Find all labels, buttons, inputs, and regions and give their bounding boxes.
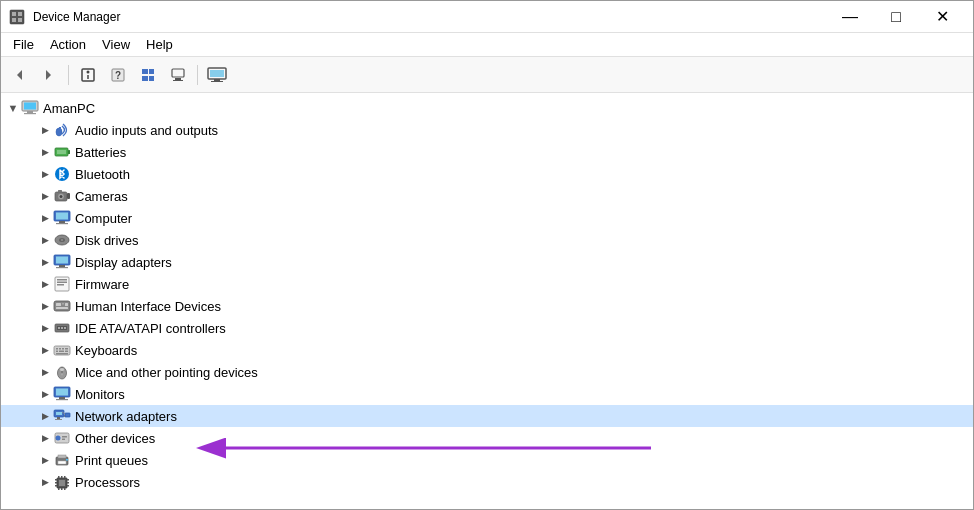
tree-item-batteries[interactable]: ▶ Batteries: [1, 141, 973, 163]
mice-expander[interactable]: ▶: [37, 364, 53, 380]
cameras-expander[interactable]: ▶: [37, 188, 53, 204]
refresh-button[interactable]: [164, 62, 192, 88]
svg-rect-39: [56, 223, 68, 224]
batteries-expander[interactable]: ▶: [37, 144, 53, 160]
svg-point-6: [87, 70, 90, 73]
toolbar-separator-2: [197, 65, 198, 85]
tree-item-processors[interactable]: ▶: [1, 471, 973, 493]
tree-item-audio[interactable]: ▶ Audio inputs and outputs: [1, 119, 973, 141]
svg-rect-23: [27, 111, 33, 113]
svg-rect-46: [56, 267, 68, 268]
svg-rect-18: [210, 70, 224, 77]
display-expander[interactable]: ▶: [37, 254, 53, 270]
tree-view[interactable]: ▼ AmanPC ▶: [1, 93, 973, 509]
print-icon: [53, 451, 71, 469]
svg-rect-48: [57, 279, 67, 281]
network-label: Network adapters: [75, 409, 177, 424]
menu-action[interactable]: Action: [42, 35, 94, 54]
maximize-button[interactable]: □: [873, 1, 919, 33]
tree-item-disk[interactable]: ▶ Disk drives: [1, 229, 973, 251]
svg-rect-16: [173, 80, 183, 81]
bluetooth-expander[interactable]: ▶: [37, 166, 53, 182]
svg-rect-28: [68, 150, 70, 154]
display-label: Display adapters: [75, 255, 172, 270]
svg-rect-64: [62, 348, 64, 350]
svg-rect-60: [64, 327, 66, 329]
tree-item-ide[interactable]: ▶ IDE ATA/ATAPI controllers: [1, 317, 973, 339]
cameras-icon: [53, 187, 71, 205]
minimize-button[interactable]: —: [827, 1, 873, 33]
svg-rect-97: [64, 476, 66, 478]
tree-item-other[interactable]: ▶ Other devices: [1, 427, 973, 449]
firmware-expander[interactable]: ▶: [37, 276, 53, 292]
computer-expander[interactable]: ▶: [37, 210, 53, 226]
svg-rect-94: [59, 480, 65, 486]
other-icon: [53, 429, 71, 447]
window-icon: [9, 9, 25, 25]
tree-item-monitors[interactable]: ▶ Monitors: [1, 383, 973, 405]
menu-file[interactable]: File: [5, 35, 42, 54]
svg-rect-65: [65, 348, 68, 350]
svg-rect-24: [24, 113, 36, 114]
svg-point-30: [55, 167, 69, 181]
print-expander[interactable]: ▶: [37, 452, 53, 468]
disk-label: Disk drives: [75, 233, 139, 248]
svg-rect-69: [56, 353, 68, 355]
menu-view[interactable]: View: [94, 35, 138, 54]
toolbar: ?: [1, 57, 973, 93]
mice-label: Mice and other pointing devices: [75, 365, 258, 380]
svg-rect-52: [56, 303, 61, 306]
svg-rect-82: [65, 413, 70, 417]
disk-expander[interactable]: ▶: [37, 232, 53, 248]
hid-expander[interactable]: ▶: [37, 298, 53, 314]
svg-rect-26: [59, 127, 61, 135]
toolbar-separator-1: [68, 65, 69, 85]
computer-button[interactable]: [203, 62, 231, 88]
keyboards-expander[interactable]: ▶: [37, 342, 53, 358]
svg-rect-77: [56, 399, 68, 400]
firmware-icon: [53, 275, 71, 293]
svg-rect-53: [56, 307, 68, 309]
svg-rect-98: [58, 488, 60, 490]
tree-item-display[interactable]: ▶ Display adapters: [1, 251, 973, 273]
tree-item-cameras[interactable]: ▶ Cameras: [1, 185, 973, 207]
root-expander[interactable]: ▼: [5, 100, 21, 116]
tree-item-keyboards[interactable]: ▶ Keyboards: [1, 339, 973, 361]
svg-rect-49: [57, 282, 67, 284]
tree-root-item[interactable]: ▼ AmanPC: [1, 97, 973, 119]
audio-expander[interactable]: ▶: [37, 122, 53, 138]
svg-rect-14: [172, 69, 184, 77]
tree-item-mice[interactable]: ▶ Mice and other pointing devices: [1, 361, 973, 383]
hid-icon: [53, 297, 71, 315]
audio-label: Audio inputs and outputs: [75, 123, 218, 138]
back-button[interactable]: [5, 62, 33, 88]
svg-rect-80: [57, 417, 60, 419]
svg-rect-1: [12, 12, 16, 16]
ide-label: IDE ATA/ATAPI controllers: [75, 321, 226, 336]
properties-button[interactable]: [74, 62, 102, 88]
help-button[interactable]: ?: [104, 62, 132, 88]
svg-rect-58: [58, 327, 60, 329]
svg-rect-81: [55, 419, 62, 420]
hid-label: Human Interface Devices: [75, 299, 221, 314]
menu-help[interactable]: Help: [138, 35, 181, 54]
monitors-expander[interactable]: ▶: [37, 386, 53, 402]
forward-button[interactable]: [35, 62, 63, 88]
svg-rect-105: [67, 482, 69, 484]
svg-point-33: [60, 195, 63, 198]
tree-item-network[interactable]: ▶ Network adapters: [1, 405, 973, 427]
svg-rect-12: [142, 76, 148, 81]
tree-item-print[interactable]: ▶ Print queues: [1, 449, 973, 471]
cameras-label: Cameras: [75, 189, 128, 204]
list-view-button[interactable]: [134, 62, 162, 88]
ide-expander[interactable]: ▶: [37, 320, 53, 336]
svg-rect-13: [149, 76, 154, 81]
tree-item-firmware[interactable]: ▶ Firmware: [1, 273, 973, 295]
tree-item-hid[interactable]: ▶ Human Interface Devices: [1, 295, 973, 317]
network-expander[interactable]: ▶: [37, 408, 53, 424]
processors-expander[interactable]: ▶: [37, 474, 53, 490]
other-expander[interactable]: ▶: [37, 430, 53, 446]
close-button[interactable]: ✕: [919, 1, 965, 33]
tree-item-computer[interactable]: ▶ Computer: [1, 207, 973, 229]
tree-item-bluetooth[interactable]: ▶ Bluetooth: [1, 163, 973, 185]
